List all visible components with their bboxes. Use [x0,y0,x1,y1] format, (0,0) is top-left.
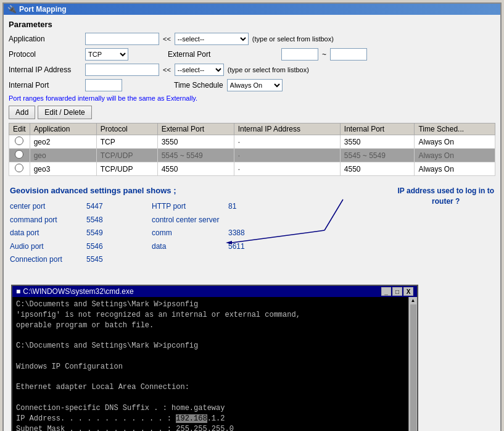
col-edit: Edit [9,123,30,135]
cell-time_schedule: Always On [415,135,495,149]
table-row: geo2TCP3550·3550Always On [9,135,495,149]
cmd-icon: ■ [16,287,20,296]
protocol-row: Protocol TCP External Port ~ [9,48,495,61]
annotation-left-item: data port5549 [10,227,146,240]
internal-port-row: Internal Port Time Schedule Always On [9,79,495,91]
internal-ip-input[interactable] [85,64,159,76]
cell-internal_port: 4550 [340,162,415,176]
port-table: Edit Application Protocol External Port … [9,123,495,176]
cell-application: geo2 [30,135,96,149]
cell-time_schedule: Always On [415,162,495,176]
cmd-line: Subnet Mask . . . . . . . . . . . : 255.… [16,424,405,431]
annotation-grid: center port5447command port5548data port… [10,200,494,267]
ann-value: 81 [228,200,259,214]
ann-label: Connection port [10,253,84,267]
cmd-line: C:\Documents and Settings\Mark W>ipsonfi… [16,299,405,310]
ann-value: 5548 [86,214,117,227]
cmd-title-bar: ■ C:\WINDOWS\system32\cmd.exe _ □ X [12,286,417,297]
internal-ip-hint: (type or select from listbox) [228,66,309,73]
time-schedule-select[interactable]: Always On [227,79,283,91]
table-row: geo3TCP/UDP4550·4550Always On [9,162,495,176]
protocol-label: Protocol [9,50,83,59]
col-protocol: Protocol [96,123,157,135]
annotation-right: HTTP port81control center servercomm3388… [146,200,494,267]
panel-title-bar: 🔌 Port Mapping [4,4,500,15]
port-range-note: Port ranges forwarded internally will be… [9,94,495,102]
row-radio[interactable] [15,164,23,172]
row-radio[interactable] [15,136,23,145]
ann-value: 3388 [228,227,259,240]
cmd-line: 'ipsonfig' is not recognized as an inter… [16,310,405,320]
scroll-up-arrow[interactable]: ▲ [411,298,416,303]
internal-ip-row: Internal IP Address << --select-- (type … [9,64,495,76]
annotation-section: Geovision advanced settings panel shows … [4,181,500,280]
scroll-track [410,304,416,431]
ann-value: 5546 [86,240,117,254]
external-port-from[interactable] [281,48,318,61]
annotation-left-item: Connection port5545 [10,253,146,267]
col-application: Application [30,123,96,135]
button-row: Add Edit / Delete [9,106,495,119]
cell-time_schedule: Always On [415,149,495,162]
cell-internal_port: 5545 ~ 5549 [340,149,415,162]
cell-application: geo3 [30,162,96,176]
port-icon: 🔌 [7,5,17,14]
table-row: geoTCP/UDP5545 ~ 5549·5545 ~ 5549Always … [9,149,495,162]
col-internal-port: Internal Port [340,123,415,135]
ip-address-note: IP address used to log in to router ? [398,186,494,207]
edit-delete-button[interactable]: Edit / Delete [38,106,91,119]
ann-label: control center server [152,214,219,227]
application-row: Application << --select-- (type or selec… [9,33,495,45]
ann-label: HTTP port [152,200,226,214]
ann-value: 5549 [86,227,117,240]
annotation-left-item: command port5548 [10,214,146,227]
panel-title: Port Mapping [19,5,67,14]
cell-internal_ip: · [234,149,340,162]
edit-cell[interactable] [9,162,30,176]
cell-protocol: TCP/UDP [96,162,157,176]
ann-value: 5545 [86,253,117,267]
cmd-minimize-button[interactable]: _ [381,287,391,296]
cmd-line [16,372,405,383]
cmd-line: IP Address. . . . . . . . . . . . : 192.… [16,414,405,424]
ann-value: 5611 [228,240,259,254]
col-internal-ip: Internal IP Address [234,123,340,135]
edit-cell[interactable] [9,149,30,162]
cmd-line: C:\Documents and Settings\Mark W>ipconfi… [16,341,405,351]
internal-ip-arrow: << [163,66,171,73]
cell-internal_ip: · [234,162,340,176]
cmd-restore-button[interactable]: □ [392,287,402,296]
external-port-label: External Port [168,50,242,59]
row-radio[interactable] [15,150,23,159]
annotation-left: center port5447command port5548data port… [10,200,146,267]
cell-internal_ip: · [234,135,340,149]
internal-ip-select[interactable]: --select-- [175,64,224,76]
cell-external_port: 3550 [157,135,234,149]
ann-label: center port [10,200,84,214]
cmd-controls[interactable]: _ □ X [381,287,413,296]
internal-port-input[interactable] [85,79,122,91]
cmd-line [16,351,405,362]
application-input[interactable] [85,33,159,45]
parameters-label: Parameters [9,20,495,29]
ann-label: comm [152,227,226,240]
edit-cell[interactable] [9,135,30,149]
cmd-line: operable program or batch file. [16,320,405,331]
add-button[interactable]: Add [9,106,35,119]
cmd-wrapper: C:\Documents and Settings\Mark W>ipsonfi… [12,297,417,431]
cell-application: geo [30,149,96,162]
ann-label: command port [10,214,84,227]
ann-label: data [152,240,226,254]
ann-value: 5447 [86,200,117,214]
external-port-to[interactable] [330,48,367,61]
annotation-right-item: data5611 [152,240,494,254]
cell-internal_port: 3550 [340,135,415,149]
table-header-row: Edit Application Protocol External Port … [9,123,495,135]
col-external-port: External Port [157,123,234,135]
application-select[interactable]: --select-- [175,33,249,45]
cell-protocol: TCP/UDP [96,149,157,162]
cmd-scrollbar[interactable]: ▲ ▼ [408,297,417,431]
cmd-close-button[interactable]: X [403,287,413,296]
ann-label: data port [10,227,84,240]
protocol-select[interactable]: TCP [85,48,128,61]
